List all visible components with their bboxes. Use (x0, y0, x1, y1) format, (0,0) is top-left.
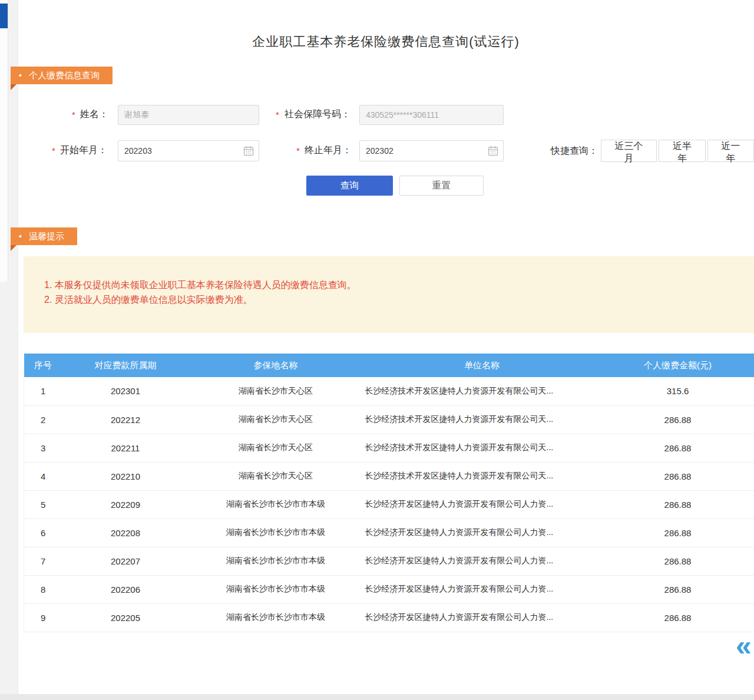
table-cell: 202208 (62, 519, 189, 547)
table-cell: 286.88 (601, 490, 754, 519)
table-row: 4202210湖南省长沙市天心区长沙经济技术开发区捷特人力资源开发有限公司天..… (24, 462, 754, 490)
table-cell: 9 (24, 603, 62, 632)
table-cell: 湖南省长沙市天心区 (189, 434, 363, 462)
table-cell: 湖南省长沙市天心区 (189, 377, 363, 405)
badge-fold-decoration (11, 84, 16, 90)
table-cell: 202210 (62, 462, 189, 490)
collapsed-sidebar-strip (0, 0, 8, 282)
table-cell: 6 (24, 519, 62, 547)
table-cell: 长沙经济开发区捷特人力资源开发有限公司人力资... (363, 519, 601, 547)
table-cell: 315.6 (601, 377, 754, 405)
tips-line: 1. 本服务仅提供尚未领取企业职工基本养老保险待遇人员的缴费信息查询。 (44, 278, 754, 292)
end-month-field[interactable] (359, 140, 504, 161)
ssn-field[interactable] (359, 105, 504, 125)
quick-btn-last-3-months[interactable]: 近三个月 (601, 140, 657, 162)
badge-bullet-icon: • (19, 232, 22, 240)
table-cell: 1 (24, 377, 62, 405)
section-badge-tips: • 温馨提示 (11, 227, 77, 245)
table-row: 5202209湖南省长沙市长沙市市本级长沙经济开发区捷特人力资源开发有限公司人力… (24, 490, 754, 519)
end-month-label: 终止年月： (305, 144, 352, 157)
start-month-label: 开始年月： (60, 144, 107, 157)
col-header-period: 对应费款所属期 (62, 354, 189, 377)
table-cell: 湖南省长沙市长沙市市本级 (189, 603, 363, 632)
table-cell: 长沙经济技术开发区捷特人力资源开发有限公司天... (363, 405, 601, 434)
table-cell: 286.88 (601, 462, 754, 490)
table-cell: 286.88 (601, 405, 754, 434)
end-month-picker (359, 140, 504, 161)
ssn-label: 社会保障号码： (285, 108, 350, 121)
table-cell: 4 (24, 462, 62, 490)
col-header-unit-name: 单位名称 (363, 354, 601, 377)
section-badge-label: 温馨提示 (29, 231, 64, 242)
table-cell: 8 (24, 575, 62, 603)
table-cell: 长沙经济技术开发区捷特人力资源开发有限公司天... (363, 434, 601, 462)
table-cell: 202211 (62, 434, 189, 462)
quick-btn-last-half-year[interactable]: 近半年 (659, 140, 705, 162)
required-star: * (276, 110, 279, 120)
badge-bullet-icon: • (19, 71, 22, 80)
start-month-field[interactable] (118, 140, 259, 161)
table-cell: 202209 (62, 490, 189, 519)
quick-btn-last-year[interactable]: 近一年 (707, 140, 754, 162)
table-cell: 2 (24, 405, 62, 434)
col-header-serial: 序号 (24, 354, 62, 377)
page-title: 企业职工基本养老保险缴费信息查询(试运行) (18, 33, 754, 51)
table-cell: 202206 (62, 575, 189, 603)
section-badge-label: 个人缴费信息查询 (29, 70, 100, 81)
table-cell: 湖南省长沙市长沙市市本级 (189, 575, 363, 603)
table-row: 7202207湖南省长沙市长沙市市本级长沙经济开发区捷特人力资源开发有限公司人力… (24, 547, 754, 575)
quick-query-group: 近三个月 近半年 近一年 (601, 140, 754, 162)
table-cell: 202205 (62, 603, 189, 632)
table-row: 6202208湖南省长沙市长沙市市本级长沙经济开发区捷特人力资源开发有限公司人力… (24, 519, 754, 547)
table-cell: 湖南省长沙市长沙市市本级 (189, 547, 363, 575)
table-cell: 湖南省长沙市天心区 (189, 462, 363, 490)
table-row: 2202212湖南省长沙市天心区长沙经济技术开发区捷特人力资源开发有限公司天..… (24, 405, 754, 434)
table-cell: 286.88 (601, 575, 754, 603)
badge-fold-decoration (11, 245, 16, 251)
reset-button[interactable]: 重置 (399, 176, 484, 196)
table-cell: 3 (24, 434, 62, 462)
table-cell: 湖南省长沙市天心区 (189, 405, 363, 434)
payment-records-table: 序号 对应费款所属期 参保地名称 单位名称 个人缴费金额(元) 1202301湖… (24, 354, 754, 632)
required-star: * (72, 110, 75, 120)
calendar-icon[interactable] (488, 146, 498, 156)
page-bottom-strip (0, 694, 754, 700)
col-header-amount: 个人缴费金额(元) (601, 354, 754, 377)
calendar-icon[interactable] (243, 146, 254, 156)
table-body: 1202301湖南省长沙市天心区长沙经济技术开发区捷特人力资源开发有限公司天..… (24, 377, 754, 632)
table-cell: 286.88 (601, 519, 754, 547)
table-cell: 长沙经济开发区捷特人力资源开发有限公司人力资... (363, 603, 601, 632)
tips-notice-box: 1. 本服务仅提供尚未领取企业职工基本养老保险待遇人员的缴费信息查询。 2. 灵… (24, 256, 754, 333)
start-month-picker (118, 140, 259, 161)
table-cell: 286.88 (601, 603, 754, 632)
table-cell: 202212 (62, 405, 189, 434)
table-cell: 长沙经济开发区捷特人力资源开发有限公司人力资... (363, 547, 601, 575)
name-label: 姓名： (80, 108, 108, 121)
table-row: 3202211湖南省长沙市天心区长沙经济技术开发区捷特人力资源开发有限公司天..… (24, 434, 754, 462)
table-header-row: 序号 对应费款所属期 参保地名称 单位名称 个人缴费金额(元) (24, 354, 754, 377)
sidebar-active-indicator (0, 4, 8, 28)
required-star: * (296, 146, 300, 156)
table-cell: 湖南省长沙市长沙市市本级 (189, 519, 363, 547)
table-cell: 202207 (62, 547, 189, 575)
quick-query-label: 快捷查询： (551, 145, 598, 157)
table-row: 9202205湖南省长沙市长沙市市本级长沙经济开发区捷特人力资源开发有限公司人力… (24, 603, 754, 632)
table-cell: 5 (24, 490, 62, 519)
table-cell: 286.88 (601, 547, 754, 575)
table-cell: 长沙经济技术开发区捷特人力资源开发有限公司天... (363, 377, 601, 405)
table-cell: 长沙经济开发区捷特人力资源开发有限公司人力资... (363, 575, 601, 603)
section-badge-personal-query: • 个人缴费信息查询 (11, 67, 113, 84)
table-row: 8202206湖南省长沙市长沙市市本级长沙经济开发区捷特人力资源开发有限公司人力… (24, 575, 754, 603)
table-cell: 202301 (62, 377, 189, 405)
table-cell: 长沙经济技术开发区捷特人力资源开发有限公司天... (363, 462, 601, 490)
table-row: 1202301湖南省长沙市天心区长沙经济技术开发区捷特人力资源开发有限公司天..… (24, 377, 754, 405)
query-button[interactable]: 查询 (306, 176, 393, 196)
required-star: * (52, 146, 55, 156)
table-cell: 长沙经济开发区捷特人力资源开发有限公司人力资... (363, 490, 601, 519)
table-cell: 286.88 (601, 434, 754, 462)
name-field[interactable] (118, 105, 259, 125)
table-cell: 7 (24, 547, 62, 575)
table-cell: 湖南省长沙市长沙市市本级 (189, 490, 363, 519)
collapse-panel-icon[interactable]: « (736, 632, 752, 660)
col-header-insured-place: 参保地名称 (189, 354, 363, 377)
